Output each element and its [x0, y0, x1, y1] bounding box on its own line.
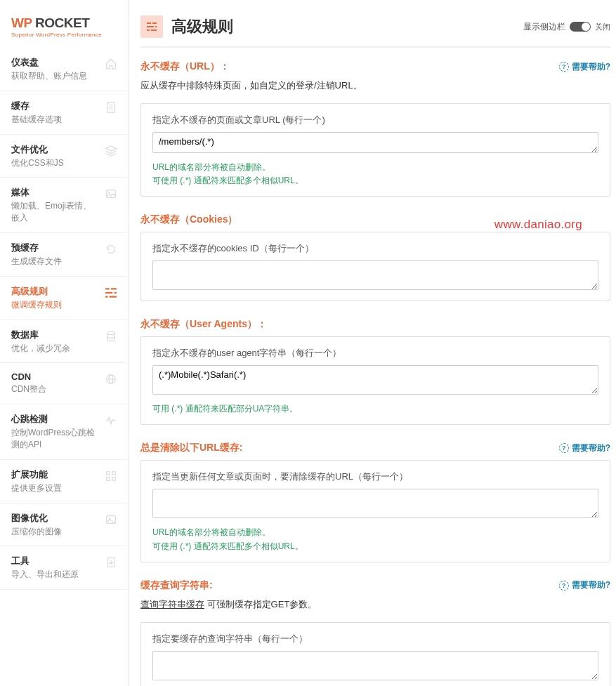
nav-media[interactable]: 媒体懒加载、Emoji表情、嵌入	[0, 178, 129, 233]
svg-rect-24	[147, 26, 154, 27]
grid-icon	[105, 470, 117, 482]
sidebar-toggle[interactable]: 显示侧边栏 关闭	[523, 21, 610, 33]
svg-rect-18	[107, 477, 110, 481]
help-link[interactable]: ? 需要帮助?	[559, 579, 610, 591]
nav-title: 媒体	[11, 186, 99, 199]
nav-title: 数据库	[11, 329, 99, 341]
svg-rect-23	[152, 22, 157, 24]
nav-subtitle: CDN整合	[11, 383, 99, 395]
heartbeat-icon	[105, 414, 117, 427]
nav-addons[interactable]: 扩展功能提供更多设置	[0, 460, 129, 503]
nav-title: 扩展功能	[11, 468, 99, 481]
nav-subtitle: 控制WordPress心跳检测的API	[11, 427, 99, 451]
never-cache-url-input[interactable]	[152, 132, 598, 153]
nav-subtitle: 微调缓存规则	[11, 299, 99, 311]
section-always-purge: 总是清除以下URL缓存: ? 需要帮助? 指定当更新任何文章或页面时，要清除缓存…	[140, 442, 610, 562]
svg-rect-27	[151, 29, 157, 31]
nav-subtitle: 获取帮助、账户信息	[11, 70, 99, 82]
svg-rect-16	[107, 471, 110, 475]
image-icon	[105, 187, 117, 200]
svg-rect-8	[105, 292, 112, 293]
section-never-cache-url: 永不缓存（URL）： ? 需要帮助? 应从缓存中排除特殊页面，如自定义的登录/注…	[140, 60, 610, 197]
nav-database[interactable]: 数据库优化，减少冗余	[0, 320, 129, 364]
nav-subtitle: 压缩你的图像	[11, 526, 99, 538]
svg-point-5	[108, 192, 110, 194]
nav-title: 缓存	[11, 100, 99, 112]
svg-rect-10	[105, 296, 107, 297]
never-cache-cookies-input[interactable]	[152, 260, 598, 290]
globe-icon	[105, 373, 117, 385]
nav-title: 心跳检测	[11, 413, 99, 426]
file-icon	[105, 101, 117, 114]
home-icon	[105, 58, 117, 70]
section-never-cache-ua: 永不缓存（User Agents）： 指定永不缓存的user agent字符串（…	[140, 318, 610, 425]
main-content: 高级规则 显示侧边栏 关闭 永不缓存（URL）： ? 需要帮助? 应从缓存中排除…	[129, 0, 616, 686]
database-icon	[105, 330, 117, 343]
layers-icon	[105, 145, 117, 157]
nav-title: 图像优化	[11, 512, 99, 525]
nav-subtitle: 优化，减少冗余	[11, 343, 99, 355]
svg-rect-11	[110, 296, 117, 297]
nav-heartbeat[interactable]: 心跳检测控制WordPress心跳检测的API	[0, 404, 129, 460]
svg-point-12	[107, 331, 115, 335]
nav-dashboard[interactable]: 仪表盘获取帮助、账户信息	[0, 48, 129, 91]
sliders-icon	[105, 286, 117, 299]
help-icon: ?	[559, 62, 569, 72]
nav-tools[interactable]: 工具导入、导出和还原	[0, 546, 129, 590]
svg-rect-25	[155, 26, 157, 27]
nav-subtitle: 基础缓存选项	[11, 114, 99, 126]
logo: WP ROCKET Superior WordPress Performance	[0, 0, 129, 48]
nav-title: 高级规则	[11, 285, 99, 298]
help-link[interactable]: ? 需要帮助?	[559, 442, 610, 454]
refresh-icon	[105, 243, 117, 256]
query-string-link[interactable]: 查询字符串缓存	[140, 599, 204, 609]
nav-title: 文件优化	[11, 143, 99, 156]
svg-rect-22	[147, 22, 151, 24]
svg-rect-19	[112, 477, 116, 481]
always-purge-input[interactable]	[152, 489, 598, 518]
nav-file-opt[interactable]: 文件优化优化CSS和JS	[0, 135, 129, 178]
section-never-cache-cookies: 永不缓存（Cookies） www.daniao.org 指定永不缓存的cook…	[140, 213, 610, 301]
nav-title: 预缓存	[11, 242, 99, 254]
help-link[interactable]: ? 需要帮助?	[559, 61, 610, 73]
import-icon	[105, 556, 117, 569]
svg-rect-0	[107, 103, 115, 112]
svg-rect-9	[114, 292, 117, 293]
page-title: 高级规则	[171, 16, 523, 37]
nav-subtitle: 生成缓存文件	[11, 256, 99, 268]
nav-title: 工具	[11, 555, 99, 567]
help-icon: ?	[559, 581, 569, 591]
nav-title: 仪表盘	[11, 56, 99, 69]
nav-preload[interactable]: 预缓存生成缓存文件	[0, 233, 129, 277]
sidebar: WP ROCKET Superior WordPress Performance…	[0, 0, 129, 686]
never-cache-ua-input[interactable]	[152, 365, 598, 395]
image2-icon	[105, 513, 117, 526]
svg-rect-26	[147, 29, 150, 31]
sliders-icon	[140, 15, 163, 38]
svg-rect-7	[111, 288, 117, 289]
svg-rect-6	[105, 288, 110, 289]
help-icon: ?	[559, 443, 569, 453]
nav-image-opt[interactable]: 图像优化压缩你的图像	[0, 503, 129, 547]
nav-subtitle: 懒加载、Emoji表情、嵌入	[11, 200, 99, 224]
nav-advanced[interactable]: 高级规则微调缓存规则	[0, 277, 129, 320]
svg-rect-4	[107, 190, 116, 198]
svg-rect-17	[112, 471, 116, 475]
nav-subtitle: 提供更多设置	[11, 482, 99, 494]
nav-subtitle: 导入、导出和还原	[11, 569, 99, 581]
nav-subtitle: 优化CSS和JS	[11, 157, 99, 169]
toggle-switch[interactable]	[570, 22, 591, 32]
section-cache-query: 缓存查询字符串: ? 需要帮助? 查询字符串缓存 可强制缓存指定GET参数。 指…	[140, 579, 610, 686]
page-header: 高级规则 显示侧边栏 关闭	[140, 0, 610, 48]
nav-cdn[interactable]: CDNCDN整合	[0, 363, 129, 404]
nav-title: CDN	[11, 371, 99, 382]
cache-query-input[interactable]	[152, 651, 598, 680]
nav-cache[interactable]: 缓存基础缓存选项	[0, 91, 129, 135]
